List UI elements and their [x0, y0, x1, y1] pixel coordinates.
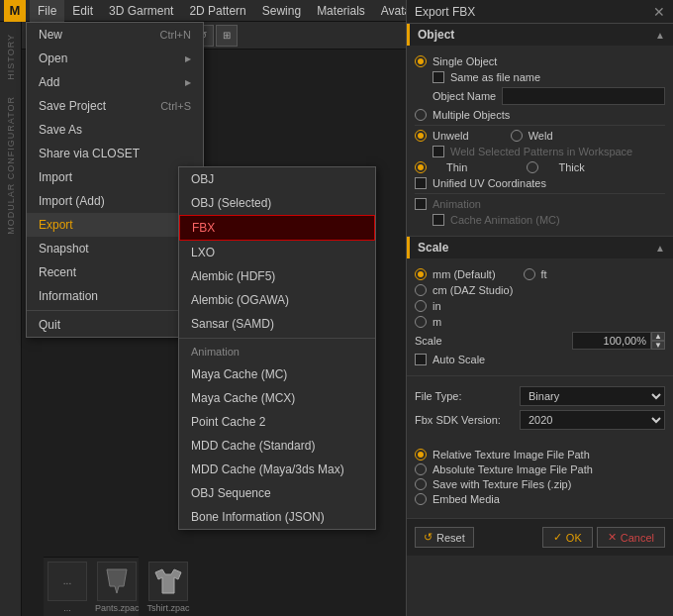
menu-item-new[interactable]: New Ctrl+N [27, 23, 203, 47]
cache-animation-checkbox[interactable] [433, 214, 444, 226]
texture-embed-radio[interactable] [415, 493, 427, 505]
auto-scale-checkbox[interactable] [415, 354, 427, 365]
cancel-button[interactable]: ✕ Cancel [597, 527, 665, 548]
fbx-panel: Export FBX ✕ Object ▲ Single Object Same… [406, 0, 673, 616]
scale-input[interactable] [572, 332, 651, 350]
texture-relative-radio[interactable] [415, 449, 427, 461]
export-lxo[interactable]: LXO [179, 241, 375, 264]
export-alembic-ogawa[interactable]: Alembic (OGAWA) [179, 288, 375, 312]
menu-item-export[interactable]: Export [27, 213, 203, 237]
weld-selected-checkbox[interactable] [433, 146, 444, 157]
menu-3d-garment[interactable]: 3D Garment [101, 0, 181, 22]
unified-uv-checkbox[interactable] [415, 177, 427, 189]
menu-item-recent[interactable]: Recent [27, 260, 203, 284]
menu-2d-pattern[interactable]: 2D Pattern [181, 0, 253, 22]
menu-item-information-label: Information [39, 289, 98, 303]
fbx-close-button[interactable]: ✕ [653, 4, 665, 20]
scale-up-button[interactable]: ▲ [651, 332, 665, 341]
export-point-cache-label: Point Cache 2 [191, 415, 265, 429]
texture-absolute-radio[interactable] [415, 463, 427, 475]
export-obj-selected[interactable]: OBJ (Selected) [179, 191, 375, 215]
reset-button[interactable]: ↺ Reset [415, 527, 474, 548]
ok-check-icon: ✓ [553, 531, 562, 544]
menu-item-save-project[interactable]: Save Project Ctrl+S [27, 94, 203, 118]
same-as-file-checkbox[interactable] [433, 71, 444, 83]
export-alembic-hdf5[interactable]: Alembic (HDF5) [179, 264, 375, 288]
menu-materials[interactable]: Materials [309, 0, 373, 22]
multiple-objects-radio[interactable] [415, 109, 427, 121]
menu-item-quit[interactable]: Quit [27, 313, 203, 337]
pants-label: Pants.zpac [95, 603, 140, 613]
ft-label: ft [541, 268, 547, 280]
weld-label: Weld [529, 130, 553, 142]
in-radio[interactable] [415, 300, 427, 312]
animation-checkbox[interactable] [415, 198, 427, 210]
menu-item-import-add[interactable]: Import (Add) [27, 189, 203, 213]
export-obj-sequence-label: OBJ Sequence [191, 486, 271, 500]
menu-file[interactable]: File [30, 0, 64, 22]
mm-label: mm (Default) [433, 268, 496, 280]
canvas-item-tshirt: Tshirt.zpac [147, 562, 190, 613]
menu-item-open-label: Open [39, 51, 67, 65]
fbx-object-section: Object ▲ Single Object Same as file name… [407, 24, 673, 237]
object-name-input[interactable] [502, 87, 665, 105]
menu-item-information[interactable]: Information [27, 284, 203, 308]
unweld-radio[interactable] [415, 130, 427, 142]
file-type-label: File Type: [415, 390, 514, 402]
fbx-scale-header[interactable]: Scale ▲ [407, 237, 673, 258]
menu-item-snapshot[interactable]: Snapshot [27, 237, 203, 260]
menu-item-add[interactable]: Add [27, 70, 203, 94]
export-mdd-maya[interactable]: MDD Cache (Maya/3ds Max) [179, 458, 375, 481]
file-type-row: File Type: Binary ASCII [415, 386, 665, 406]
unified-uv-row: Unified UV Coordinates [415, 177, 665, 189]
menu-sewing[interactable]: Sewing [254, 0, 309, 22]
scale-down-button[interactable]: ▼ [651, 341, 665, 350]
file-type-select[interactable]: Binary ASCII [520, 386, 665, 406]
fbx-object-title: Object [418, 28, 454, 42]
texture-absolute-label: Absolute Texture Image File Path [433, 463, 593, 475]
fbx-sdk-select[interactable]: 2020 2019 2018 [520, 410, 665, 430]
m-radio[interactable] [415, 316, 427, 328]
cm-radio[interactable] [415, 284, 427, 296]
ok-button[interactable]: ✓ OK [542, 527, 593, 548]
fbx-object-header[interactable]: Object ▲ [407, 24, 673, 46]
toolbar-btn-9[interactable]: ⊞ [216, 25, 238, 47]
thick-radio[interactable] [527, 161, 538, 173]
menu-item-save-as[interactable]: Save As [27, 118, 203, 142]
texture-zip-radio[interactable] [415, 478, 427, 490]
sidebar-modular-label: MODULAR CONFIGURATOR [6, 96, 16, 235]
menu-item-share[interactable]: Share via CLOSET [27, 142, 203, 165]
menu-item-save-project-shortcut: Ctrl+S [160, 100, 191, 112]
thin-radio[interactable] [415, 161, 427, 173]
texture-relative-label: Relative Texture Image File Path [433, 449, 590, 461]
export-maya-mc[interactable]: Maya Cache (MC) [179, 362, 375, 386]
export-point-cache[interactable]: Point Cache 2 [179, 410, 375, 434]
menu-item-open[interactable]: Open [27, 47, 203, 70]
thick-label: Thick [558, 161, 584, 173]
texture-embed-row: Embed Media [415, 493, 665, 505]
scale-spinner: ▲ ▼ [651, 332, 665, 350]
weld-radio[interactable] [511, 130, 523, 142]
fbx-object-content: Single Object Same as file name Object N… [407, 46, 673, 236]
export-maya-mcx[interactable]: Maya Cache (MCX) [179, 386, 375, 410]
fbx-scale-title: Scale [418, 241, 448, 255]
fbx-sdk-label: Fbx SDK Version: [415, 414, 514, 426]
export-bone-json[interactable]: Bone Information (JSON) [179, 505, 375, 529]
multiple-objects-label: Multiple Objects [433, 109, 510, 121]
export-sansar[interactable]: Sansar (SAMD) [179, 312, 375, 336]
export-fbx[interactable]: FBX [179, 215, 375, 241]
menu-item-import[interactable]: Import [27, 165, 203, 189]
app-logo[interactable]: M [4, 0, 26, 22]
menu-edit[interactable]: Edit [64, 0, 101, 22]
export-mdd-standard[interactable]: MDD Cache (Standard) [179, 434, 375, 458]
mm-radio[interactable] [415, 268, 427, 280]
fbx-bottom-buttons: ↺ Reset ✓ OK ✕ Cancel [407, 518, 673, 556]
in-label: in [433, 300, 441, 312]
single-object-radio[interactable] [415, 55, 427, 67]
export-obj[interactable]: OBJ [179, 167, 375, 191]
export-obj-sequence[interactable]: OBJ Sequence [179, 481, 375, 505]
scale-label: Scale [415, 335, 442, 347]
auto-scale-label: Auto Scale [433, 354, 485, 365]
fbx-sdk-row: Fbx SDK Version: 2020 2019 2018 [415, 410, 665, 430]
ft-radio[interactable] [524, 268, 535, 280]
